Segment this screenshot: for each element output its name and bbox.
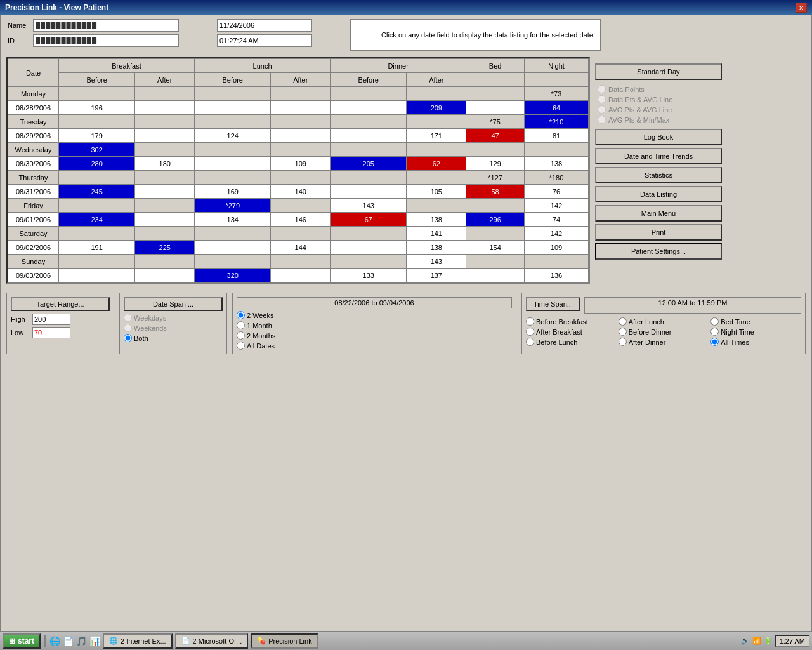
radio-data-avg[interactable]: Data Pts & AVG Line — [598, 95, 719, 103]
radio-data-avg-input[interactable] — [598, 95, 606, 103]
taskbar-ie[interactable]: 🌐 2 Internet Ex... — [103, 633, 173, 648]
cell-dn-after: 143 — [407, 255, 466, 269]
data-listing-button[interactable]: Data Listing — [595, 186, 722, 202]
two-months-option[interactable]: 2 Months — [237, 331, 512, 340]
radio-avg-minmax-input[interactable] — [598, 116, 606, 124]
night-time-option[interactable]: Night Time — [710, 328, 801, 336]
patient-settings-button[interactable]: Patient Settings... — [595, 243, 722, 260]
all-times-radio[interactable] — [710, 338, 719, 346]
radio-avg-line-input[interactable] — [598, 105, 606, 114]
log-book-button[interactable]: Log Book — [595, 129, 722, 145]
both-option[interactable]: Both — [124, 334, 223, 342]
table-row[interactable]: Thursday *127 *180 — [8, 171, 589, 185]
one-month-option[interactable]: 1 Month — [237, 321, 512, 329]
after-dinner-radio[interactable] — [619, 338, 627, 346]
after-lunch-option[interactable]: After Lunch — [619, 317, 709, 326]
statistics-button[interactable]: Statistics — [595, 167, 722, 183]
date-span-button[interactable]: Date Span ... — [124, 297, 223, 311]
before-breakfast-radio[interactable] — [526, 317, 534, 326]
id-input[interactable] — [33, 34, 179, 47]
table-row[interactable]: Sunday 143 — [8, 255, 589, 269]
table-row[interactable]: 09/03/2006 320 133 137 136 — [8, 269, 589, 282]
after-lunch-radio[interactable] — [619, 317, 627, 326]
night-time-radio[interactable] — [710, 328, 719, 336]
cell-night: 81 — [525, 129, 589, 143]
date-time-trends-button[interactable]: Date and Time Trends — [595, 148, 722, 164]
radio-avg-minmax[interactable]: AVG Pts & Min/Max — [598, 116, 719, 124]
table-row[interactable]: 08/31/2006 245 169 140 105 58 76 — [8, 185, 589, 199]
table-row[interactable]: Friday *279 143 142 — [8, 199, 589, 213]
taskbar-precision[interactable]: 💊 Precision Link — [251, 633, 318, 648]
bed-time-option[interactable]: Bed Time — [710, 317, 801, 326]
table-row[interactable]: 09/02/2006 191 225 144 138 154 109 — [8, 241, 589, 255]
time-span-button[interactable]: Time Span... — [526, 297, 580, 311]
all-dates-radio[interactable] — [237, 342, 245, 350]
one-month-radio[interactable] — [237, 321, 245, 329]
cell-bed: 129 — [466, 157, 525, 171]
cell-bk-before: 179 — [59, 129, 135, 143]
col-header-bed: Bed — [466, 59, 525, 73]
main-menu-button[interactable]: Main Menu — [595, 205, 722, 222]
date-range-display: 08/22/2006 to 09/04/2006 — [237, 297, 512, 308]
cell-day: Sunday — [8, 255, 59, 269]
weekdays-radio[interactable] — [124, 314, 132, 322]
low-input[interactable] — [32, 327, 70, 338]
two-weeks-option[interactable]: 2 Weeks — [237, 311, 512, 319]
start-button[interactable]: ⊞ start — [3, 633, 41, 648]
name-input[interactable] — [33, 19, 179, 32]
time-input[interactable] — [217, 34, 312, 47]
cell-date: 09/03/2006 — [8, 269, 59, 282]
table-row[interactable]: 08/30/2006 280 180 109 205 62 129 138 — [8, 157, 589, 171]
target-range-button[interactable]: Target Range... — [11, 297, 110, 311]
cell-bed — [466, 227, 525, 241]
before-lunch-option[interactable]: Before Lunch — [526, 338, 617, 346]
cell-night: 138 — [525, 157, 589, 171]
weekends-radio[interactable] — [124, 324, 132, 332]
high-label: High — [11, 315, 30, 323]
two-weeks-radio[interactable] — [237, 311, 245, 319]
taskbar-icon-word: 📄 — [63, 636, 74, 646]
after-breakfast-radio[interactable] — [526, 328, 534, 336]
radio-data-points-input[interactable] — [598, 85, 606, 93]
col-header-lunch: Lunch — [195, 59, 331, 73]
table-row[interactable]: 08/28/2006 196 209 64 — [8, 101, 589, 115]
all-dates-option[interactable]: All Dates — [237, 342, 512, 350]
cell-ln-before — [195, 227, 271, 241]
print-button[interactable]: Print — [595, 224, 722, 241]
table-row[interactable]: Monday *73 — [8, 87, 589, 101]
cell-ln-after — [271, 101, 331, 115]
before-lunch-radio[interactable] — [526, 338, 534, 346]
table-row[interactable]: 09/01/2006 234 134 146 67 138 296 74 — [8, 213, 589, 227]
cell-ln-before — [195, 157, 271, 171]
table-row[interactable]: Saturday 141 142 — [8, 227, 589, 241]
taskbar-clock: 1:27 AM — [775, 635, 809, 647]
radio-data-points[interactable]: Data Points — [598, 85, 719, 93]
both-radio[interactable] — [124, 334, 132, 342]
before-dinner-radio[interactable] — [619, 328, 627, 336]
after-dinner-option[interactable]: After Dinner — [619, 338, 709, 346]
cell-night: 142 — [525, 227, 589, 241]
cell-bed — [466, 143, 525, 157]
radio-avg-line[interactable]: AVG Pts & AVG Line — [598, 105, 719, 114]
high-input[interactable] — [32, 314, 70, 325]
standard-day-button[interactable]: Standard Day — [595, 63, 722, 80]
table-row[interactable]: Wednesday 302 — [8, 143, 589, 157]
sys-icon-2: 📶 — [752, 637, 761, 645]
taskbar-office[interactable]: 📄 2 Microsoft Of... — [175, 633, 249, 648]
cell-bed: *75 — [466, 115, 525, 129]
weekends-option[interactable]: Weekends — [124, 324, 223, 332]
date-input[interactable] — [217, 19, 312, 32]
before-dinner-option[interactable]: Before Dinner — [619, 328, 709, 336]
bed-time-radio[interactable] — [710, 317, 719, 326]
taskbar-office-icon: 📄 — [181, 637, 190, 645]
before-breakfast-option[interactable]: Before Breakfast — [526, 317, 617, 326]
table-row[interactable]: Tuesday *75 *210 — [8, 115, 589, 129]
cell-ln-before — [195, 143, 271, 157]
weekdays-option[interactable]: Weekdays — [124, 314, 223, 322]
two-months-radio[interactable] — [237, 331, 245, 340]
after-breakfast-option[interactable]: After Breakfast — [526, 328, 617, 336]
close-button[interactable]: ✕ — [796, 3, 807, 13]
all-times-option[interactable]: All Times — [710, 338, 801, 346]
table-row[interactable]: 08/29/2006 179 124 171 47 81 — [8, 129, 589, 143]
cell-dn-before — [331, 171, 407, 185]
